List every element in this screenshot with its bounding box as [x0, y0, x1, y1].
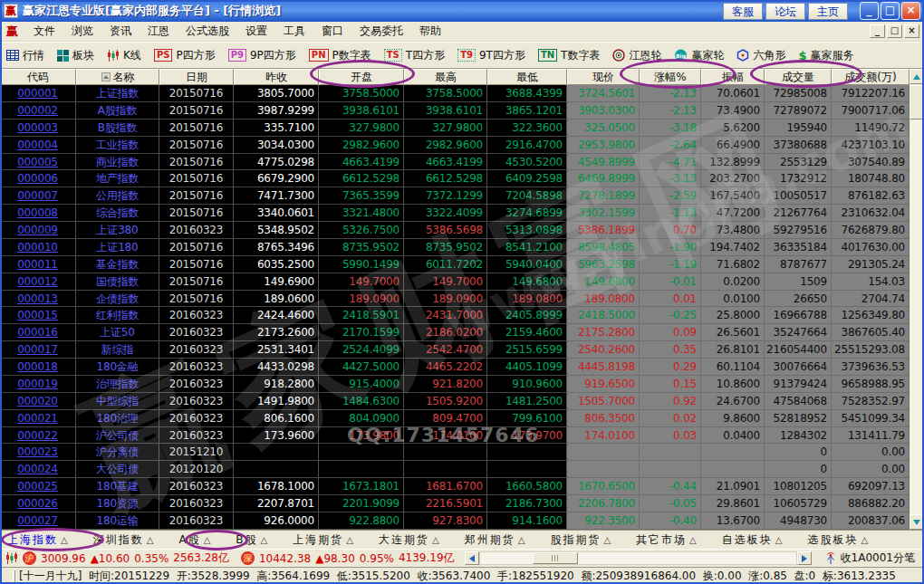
toolbar-button-2[interactable]: K线 — [107, 48, 141, 63]
scrollbar-thumb[interactable] — [910, 85, 924, 120]
table-row[interactable]: 000017新综指201603232531.34012524.40992542.… — [0, 341, 910, 359]
cell-code[interactable]: 000020 — [0, 393, 76, 410]
cell-code[interactable]: 000026 — [0, 495, 76, 512]
window-minimize-button[interactable]: _ — [860, 2, 879, 20]
column-header-code[interactable]: 代码 — [0, 69, 76, 85]
table-row[interactable]: 000026180资源201603232207.87012201.9099221… — [0, 495, 910, 512]
market-tab-9[interactable]: 自选板块△ — [722, 532, 783, 548]
cell-code[interactable]: 000005 — [0, 154, 76, 171]
cell-code[interactable]: 000021 — [0, 410, 76, 427]
menu-item-4[interactable]: 公式选股 — [178, 22, 237, 41]
column-header-open[interactable]: 开盘 — [319, 69, 404, 85]
column-header-low[interactable]: 最低 — [487, 69, 567, 85]
cell-code[interactable]: 000012 — [0, 273, 76, 291]
toolbar-button-7[interactable]: T99T四方形 — [457, 48, 525, 63]
table-row[interactable]: 000018180金融201603234433.02984427.5000446… — [0, 359, 910, 376]
table-row[interactable]: 000009上证380201603235348.95025326.7500538… — [0, 222, 910, 239]
market-tab-5[interactable]: 大连期货△ — [379, 532, 439, 548]
market-tab-2[interactable]: A股△ — [178, 532, 210, 548]
mdi-close-button[interactable]: × — [904, 24, 919, 38]
table-row[interactable]: 000011基金指数201507166035.25005990.14996011… — [0, 256, 910, 273]
menu-item-8[interactable]: 交易委托 — [351, 22, 411, 41]
cell-code[interactable]: 000007 — [0, 187, 76, 205]
scroll-right-button[interactable] — [797, 551, 812, 565]
table-row[interactable]: 000003B股指数20150716335.7100327.9800327.98… — [0, 120, 910, 137]
market-tab-10[interactable]: 选股板块△ — [807, 532, 868, 548]
market-tab-6[interactable]: 郑州期货△ — [465, 532, 525, 548]
menu-item-1[interactable]: 浏览 — [63, 22, 101, 41]
cell-code[interactable]: 000027 — [0, 512, 76, 530]
window-maximize-button[interactable]: □ — [881, 2, 900, 20]
window-close-button[interactable]: × — [901, 2, 920, 20]
table-row[interactable]: 000004工业指数201507163034.03002982.96002982… — [0, 137, 910, 154]
scroll-left-button[interactable] — [465, 551, 479, 565]
menu-item-2[interactable]: 资讯 — [101, 22, 140, 41]
titlebar-button-2[interactable]: 主页 — [808, 3, 848, 20]
toolbar-button-12[interactable]: $赢家服务 — [798, 48, 853, 63]
market-tab-4[interactable]: 上海期货△ — [293, 532, 353, 548]
horizontal-scrollbar[interactable] — [465, 551, 812, 565]
cell-code[interactable]: 000010 — [0, 239, 76, 256]
column-header-pct[interactable]: 涨幅% — [640, 69, 701, 85]
titlebar-button-1[interactable]: 论坛 — [765, 3, 805, 20]
table-row[interactable]: 000002A股指数201507163987.92993938.61013938… — [0, 102, 910, 120]
market-tab-8[interactable]: 其它市场△ — [636, 532, 697, 548]
table-row[interactable]: 000012国债指数20150716149.6900149.7000149.70… — [0, 273, 910, 291]
cell-code[interactable]: 000013 — [0, 291, 76, 308]
table-row[interactable]: 000006地产指数201507166679.29006612.52986612… — [0, 170, 910, 187]
scroll-down-button[interactable] — [910, 514, 924, 530]
column-header-price[interactable]: 现价 — [567, 69, 640, 85]
column-header-high[interactable]: 最高 — [404, 69, 487, 85]
cell-code[interactable]: 000025 — [0, 478, 76, 495]
cell-code[interactable]: 000022 — [0, 427, 76, 445]
vertical-scrollbar[interactable] — [910, 69, 924, 530]
market-tab-7[interactable]: 股指期货△ — [550, 532, 611, 548]
table-row[interactable]: 000008综合指数201507163340.06013321.48003322… — [0, 205, 910, 222]
menu-item-3[interactable]: 江恩 — [140, 22, 178, 41]
toolbar-button-3[interactable]: PSP四方形 — [154, 48, 216, 63]
column-header-amount[interactable]: 成交额(万) — [832, 69, 910, 85]
toolbar-button-5[interactable]: PNP数字表 — [309, 48, 371, 63]
table-row[interactable]: 000019治理指数20160323918.2800915.4000921.82… — [0, 376, 910, 393]
toolbar-button-10[interactable]: Big赢家轮 — [674, 48, 724, 63]
mdi-restore-button[interactable]: □ — [887, 24, 902, 38]
titlebar-button-0[interactable]: 客服 — [723, 3, 763, 20]
cell-code[interactable]: 000002 — [0, 102, 76, 120]
cell-code[interactable]: 000023 — [0, 444, 76, 461]
column-header-name[interactable]: 名称 — [76, 69, 159, 85]
toolbar-button-8[interactable]: TNT数字表 — [538, 48, 601, 63]
cell-code[interactable]: 000011 — [0, 256, 76, 273]
table-row[interactable]: 000016上证50201603232173.26002170.15992186… — [0, 324, 910, 341]
column-header-range[interactable]: 振幅 — [701, 69, 765, 85]
column-header-vol[interactable]: 成交量 — [765, 69, 832, 85]
table-row[interactable]: 000015红利指数201603232424.46002418.59012431… — [0, 307, 910, 324]
table-row[interactable]: 000020中型综指201603231491.98001484.63001505… — [0, 393, 910, 410]
menu-item-0[interactable]: 文件 — [25, 22, 63, 41]
cell-code[interactable]: 000018 — [0, 359, 76, 376]
cell-code[interactable]: 000016 — [0, 324, 76, 341]
table-row[interactable]: 000021180治理20160323806.1600804.0900809.4… — [0, 410, 910, 427]
scrollbar-track[interactable] — [479, 551, 797, 565]
menu-item-6[interactable]: 工具 — [275, 22, 313, 41]
cell-code[interactable]: 000017 — [0, 341, 76, 359]
menu-item-5[interactable]: 设置 — [237, 22, 275, 41]
cell-code[interactable]: 000019 — [0, 376, 76, 393]
market-tab-1[interactable]: 深圳指数△ — [93, 532, 154, 548]
table-row[interactable]: 000027180运输20160323926.0000922.8800927.8… — [0, 512, 910, 530]
table-row[interactable]: 000025180基建201603231678.10001673.1801168… — [0, 478, 910, 495]
table-row[interactable]: 000005商业指数201507164775.02984663.41994663… — [0, 154, 910, 171]
scrollbar-thumb[interactable] — [533, 552, 578, 564]
table-row[interactable]: 000024大公司债2012012000.00 — [0, 461, 910, 478]
scroll-up-button[interactable] — [910, 69, 924, 84]
cell-code[interactable]: 000008 — [0, 205, 76, 222]
toolbar-button-11[interactable]: 六角形 — [736, 48, 785, 63]
toolbar-button-4[interactable]: P99P四方形 — [228, 48, 296, 63]
column-header-date[interactable]: 日期 — [159, 69, 234, 85]
cell-code[interactable]: 000004 — [0, 137, 76, 154]
table-row[interactable]: 000007公用指数201507167471.73007365.35997372… — [0, 187, 910, 205]
table-row[interactable]: 000013企债指数20150716189.0600189.0900189.09… — [0, 291, 910, 308]
market-tab-3[interactable]: B股△ — [236, 532, 267, 548]
toolbar-button-1[interactable]: 板块 — [57, 48, 94, 63]
cell-code[interactable]: 000024 — [0, 461, 76, 478]
column-header-prev[interactable]: 昨收 — [234, 69, 319, 85]
